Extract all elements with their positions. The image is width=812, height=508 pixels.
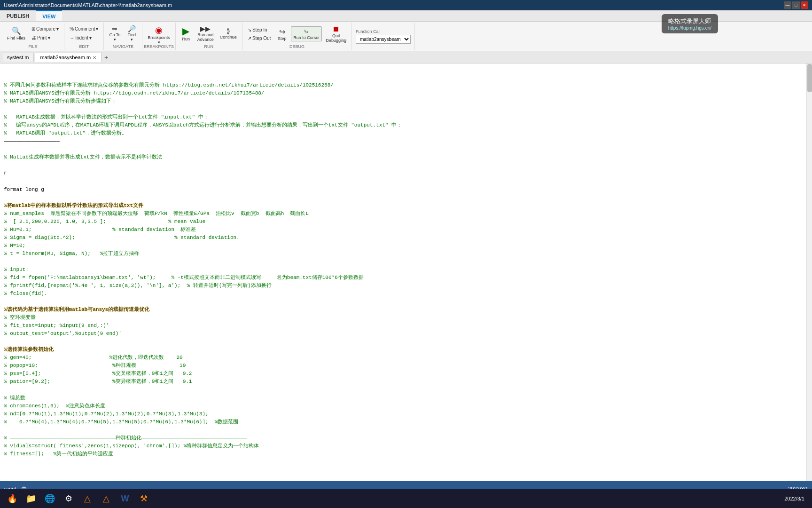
code-line-15	[4, 194, 808, 202]
run-to-cursor-btn[interactable]: ⤷ Run to Cursor	[291, 26, 322, 41]
continue-icon: ⟫	[226, 27, 230, 35]
find-label: Find	[128, 32, 136, 37]
tab-publish[interactable]: PUBLISH	[0, 10, 36, 21]
scrollbar-thumb[interactable]	[807, 64, 812, 92]
tab-systest[interactable]: systest.m	[2, 53, 34, 62]
code-line-19: % Mu=0.1; % standard deviation 标准差	[4, 226, 808, 234]
breakpoints-icon: ◉	[155, 25, 163, 35]
continue-label: Continue	[220, 35, 237, 40]
indent-btn[interactable]: → Indent ▾	[67, 34, 101, 42]
step-in-label: Step In	[252, 27, 267, 32]
run-advance-btn[interactable]: ▶▶ Run andAdvance	[195, 24, 216, 43]
code-line-7: % MATLAB调用 "output.txt"，进行数据分析。	[4, 129, 808, 137]
find-btn[interactable]: 🔎 Find ▾	[124, 24, 139, 43]
run-to-cursor-icon: ⤷	[304, 28, 309, 35]
file-group-label: FILE	[2, 44, 64, 49]
step-out-btn[interactable]: ↗ Step Out	[245, 34, 273, 42]
code-line-12: r	[4, 169, 808, 177]
navigate-group-label: NAVIGATE	[104, 44, 142, 49]
code-line-20: % Sigma = diag(Std.^2); % standard devia…	[4, 234, 808, 242]
code-line-42: % nd=[0.7*Mu(1),1.3*Mu(1);0.7*Mu(2),1.3*…	[4, 410, 808, 418]
step-in-icon: ↘	[248, 27, 251, 32]
tab-close-icon[interactable]: ✕	[93, 55, 96, 60]
comment-icon: %	[70, 26, 74, 32]
taskbar-start[interactable]: 🔥	[4, 490, 21, 507]
breakpoints-label: Breakpoints	[148, 35, 170, 40]
code-line-31: % fit_test=input; %input(9 end,:)'	[4, 322, 808, 330]
code-line-13	[4, 178, 808, 186]
tab-bar: systest.m matlab2ansysbeam.m ✕ +	[0, 51, 812, 64]
title-bar-controls: — □ ✕	[784, 1, 808, 9]
ribbon-group-run: ▶ Run ▶▶ Run andAdvance ⟫ Continue RUN	[176, 23, 242, 50]
function-call-label: Function Call	[356, 29, 411, 34]
ribbon-group-navigate: ⇒ Go To ▾ 🔎 Find ▾ NAVIGATE	[104, 23, 142, 50]
taskbar-clock: 2022/3/1	[781, 490, 808, 507]
tab-add-btn[interactable]: +	[102, 54, 110, 61]
run-to-cursor-label: Run to Cursor	[293, 35, 320, 40]
ribbon: PUBLISH VIEW 🔍 Find Files ⊞ Compare ▾ 🖨	[0, 10, 812, 51]
taskbar-word[interactable]: W	[117, 490, 133, 507]
goto-btn[interactable]: ⇒ Go To ▾	[107, 24, 123, 43]
continue-btn[interactable]: ⟫ Continue	[218, 26, 239, 41]
code-line-9	[4, 145, 808, 153]
close-btn[interactable]: ✕	[801, 1, 808, 9]
code-line-3: % MATLAB调用ANSYS进行有限元分析步骤如下：	[4, 97, 808, 105]
code-line-24: % input:	[4, 266, 808, 274]
code-line-5: % MATLAB生成数据，并以科学计数法的形式写出到一个txt文件 "input…	[4, 113, 808, 121]
step-in-btn[interactable]: ↘ Step In	[245, 26, 273, 34]
breakpoints-btn[interactable]: ◉ Breakpoints ▾	[145, 24, 172, 46]
function-call-area: Function Call matlab2ansysbeam	[352, 23, 415, 50]
code-line-44	[4, 426, 808, 434]
goto-icon: ⇒	[112, 25, 117, 32]
find-files-label: Find Files	[7, 36, 25, 40]
code-line-14: format long g	[4, 186, 808, 194]
comment-btn[interactable]: % Comment ▾	[67, 25, 101, 33]
scrollbar[interactable]	[806, 64, 812, 481]
code-line-32: % output_test='output',%output(9 end)'	[4, 330, 808, 338]
taskbar-matlab1[interactable]: △	[79, 490, 96, 507]
run-btn[interactable]: ▶ Run	[179, 24, 194, 43]
compare-btn[interactable]: ⊞ Compare ▾	[29, 25, 61, 33]
code-line-35: % gen=40; %进化代数，即迭代次数 20	[4, 354, 808, 362]
indent-icon: →	[70, 35, 74, 40]
code-line-17: % num_samples 厚悬臂梁在不同参数下的顶端最大位移 荷载P/kN 弹…	[4, 210, 808, 218]
find-files-icon: 🔍	[12, 26, 21, 35]
tab-matlab2ansys[interactable]: matlab2ansysbeam.m ✕	[35, 53, 102, 62]
compare-icon: ⊞	[31, 26, 35, 32]
code-line-30: % 空环境变量	[4, 314, 808, 322]
taskbar-matlab2[interactable]: △	[98, 490, 115, 507]
tab-systest-label: systest.m	[7, 55, 29, 60]
find-icon: 🔎	[128, 25, 136, 32]
code-line-10: % Matlab生成样本数据并导出成txt文件，数据表示不是科学计数法	[4, 153, 808, 161]
ribbon-tab-bar: PUBLISH VIEW	[0, 10, 812, 22]
code-content[interactable]: % 不同几何问参数和荷载样本下连续求结点位移的参数化有限元分析 https://…	[0, 64, 812, 481]
tab-view[interactable]: VIEW	[36, 10, 62, 21]
step-btn[interactable]: ↪ Step	[274, 26, 289, 42]
taskbar-browser[interactable]: 🌐	[41, 490, 58, 507]
code-line-2: % MATLAB调用ANSYS进行有限元分析 https://blog.csdn…	[4, 89, 808, 97]
quit-debug-icon: ⏹	[332, 25, 340, 33]
ribbon-group-breakpoints: ◉ Breakpoints ▾ BREAKPOINTS	[142, 23, 176, 50]
taskbar-matlab3[interactable]: ⚒	[135, 490, 152, 507]
compare-arrow: ▾	[56, 26, 59, 32]
debug-group-label: DEBUG	[242, 44, 351, 49]
code-line-41: % chrom=ones(1,6); %注意染色体长度	[4, 402, 808, 410]
taskbar-files[interactable]: 📁	[23, 490, 39, 507]
print-btn[interactable]: 🖨 Print ▾	[29, 34, 61, 42]
code-line-34: %遗传算法参数初始化	[4, 346, 808, 354]
code-line-29: %该代码为基于遗传算法利用matlab与ansys的载据传道最优化	[4, 306, 808, 314]
find-files-btn[interactable]: 🔍 Find Files	[5, 25, 28, 42]
quit-debug-btn[interactable]: ⏹ QuitDebugging	[323, 24, 349, 44]
code-line-1: % 不同几何问参数和荷载样本下连续求结点位移的参数化有限元分析 https://…	[4, 81, 808, 89]
code-line-45: % ——————————————————————————————————种群初始…	[4, 434, 808, 442]
comment-label: Comment	[75, 26, 95, 32]
code-line-28	[4, 298, 808, 306]
minimize-btn[interactable]: —	[784, 1, 791, 9]
breakpoints-group-label: BREAKPOINTS	[142, 44, 175, 49]
code-line-18: % [ 2.5,200,0.225, 1.0, 3,3.5 ]; % mean …	[4, 218, 808, 226]
maximize-btn[interactable]: □	[792, 1, 800, 9]
code-line-38: % pation=[0.2]; %突异概率选择，0和1之间 0.1	[4, 378, 808, 386]
function-call-select[interactable]: matlab2ansysbeam	[356, 35, 411, 44]
taskbar-settings[interactable]: ⚙	[60, 490, 77, 507]
ribbon-group-debug: ↘ Step In ↗ Step Out ↪ Step ⤷ Run to Cur…	[242, 23, 352, 50]
